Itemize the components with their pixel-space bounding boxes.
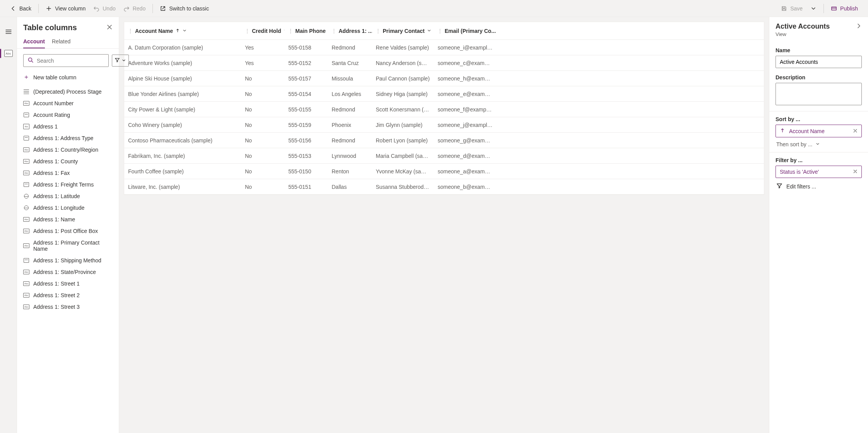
cell-main-phone: 555-0152 (284, 60, 328, 66)
cell-main-phone: 555-0154 (284, 91, 328, 97)
column-header-main-phone[interactable]: ⋮ Main Phone (284, 28, 328, 34)
switch-classic-button[interactable]: Switch to classic (156, 3, 213, 14)
text-field-icon: Abc (4, 50, 13, 57)
column-header-credit-hold[interactable]: ⋮ Credit Hold (241, 28, 284, 34)
redo-button[interactable]: Redo (120, 3, 149, 14)
view-column-button[interactable]: View column (42, 3, 89, 14)
column-item-label: (Deprecated) Process Stage (33, 89, 102, 95)
new-table-column-button[interactable]: ＋ New table column (17, 72, 119, 86)
table-row[interactable]: Blue Yonder Airlines (sample) No 555-015… (124, 86, 764, 102)
column-list-item[interactable]: Abc Account Number (17, 98, 119, 109)
search-input[interactable] (37, 58, 104, 64)
close-panel-button[interactable] (106, 24, 113, 31)
column-list-item[interactable]: Abc Address 1: State/Province (17, 266, 119, 278)
field-type-icon (23, 181, 29, 188)
publish-button[interactable]: Publish (827, 3, 862, 14)
column-list-item[interactable]: Abc Address 1: Street 2 (17, 289, 119, 301)
drag-handle-icon[interactable]: ⋮ (288, 28, 293, 34)
filter-dropdown-button[interactable] (112, 55, 129, 67)
view-description-input[interactable] (776, 83, 862, 105)
search-input-wrapper[interactable] (23, 54, 109, 67)
plus-icon (46, 5, 52, 12)
table-row[interactable]: Coho Winery (sample) No 555-0159 Phoenix… (124, 117, 764, 133)
cell-primary-contact: Yvonne McKay (sample) (372, 168, 434, 175)
column-list-item[interactable]: Address 1: Freight Terms (17, 179, 119, 190)
cell-account-name: Fabrikam, Inc. (sample) (124, 153, 241, 159)
remove-sort-button[interactable] (853, 128, 858, 134)
field-type-icon: Abc (23, 228, 29, 234)
column-list-item[interactable]: Abc Address 1: Fax (17, 167, 119, 179)
column-list-item[interactable]: Abc Address 1: Street 1 (17, 278, 119, 289)
column-list-item[interactable]: Abc Address 1: County (17, 156, 119, 167)
filter-chip-label: Status is 'Active' (780, 169, 819, 175)
remove-filter-button[interactable] (853, 169, 858, 175)
column-list-item[interactable]: Abc Address 1: Country/Region (17, 144, 119, 156)
drag-handle-icon[interactable]: ⋮ (128, 28, 133, 34)
column-header-email[interactable]: ⋮ Email (Primary Co... (434, 28, 496, 34)
filter-by-label: Filter by ... (776, 157, 862, 163)
column-list-item[interactable]: Abc Address 1: Street 3 (17, 301, 119, 313)
view-column-label: View column (55, 5, 86, 12)
cell-primary-contact: Robert Lyon (sample) (372, 137, 434, 144)
column-header-primary-contact[interactable]: ⋮ Primary Contact (372, 28, 434, 34)
column-list-item[interactable]: Abc Address 1: Name (17, 214, 119, 225)
table-row[interactable]: Fabrikam, Inc. (sample) No 555-0153 Lynn… (124, 148, 764, 164)
table-row[interactable]: Litware, Inc. (sample) No 555-0151 Dalla… (124, 179, 764, 195)
chevron-down-icon[interactable] (182, 28, 187, 34)
save-button[interactable]: Save (777, 3, 806, 14)
cell-main-phone: 555-0153 (284, 153, 328, 159)
expand-panel-button[interactable] (856, 23, 862, 30)
column-item-label: Address 1: Fax (33, 170, 70, 176)
back-button[interactable]: Back (6, 3, 35, 14)
back-label: Back (19, 5, 31, 12)
table-row[interactable]: City Power & Light (sample) No 555-0155 … (124, 102, 764, 117)
column-list-item[interactable]: Address 1: Shipping Method (17, 255, 119, 266)
table-row[interactable]: Alpine Ski House (sample) No 555-0157 Mi… (124, 71, 764, 86)
tab-related[interactable]: Related (52, 35, 70, 48)
column-item-label: Address 1 (33, 123, 58, 130)
cell-main-phone: 555-0159 (284, 122, 328, 128)
cell-email: someone_h@example.com (434, 75, 496, 82)
column-header-address[interactable]: ⋮ Address 1: ... (328, 28, 372, 34)
table-row[interactable]: Adventure Works (sample) Yes 555-0152 Sa… (124, 55, 764, 71)
column-list-item[interactable]: Abc Address 1 (17, 121, 119, 132)
field-type-icon (23, 89, 29, 95)
column-list-item[interactable]: Abc Address 1: Primary Contact Name (17, 237, 119, 255)
column-list[interactable]: (Deprecated) Process StageAbc Account Nu… (17, 86, 119, 433)
save-dropdown-button[interactable] (806, 3, 820, 14)
table-row[interactable]: A. Datum Corporation (sample) Yes 555-01… (124, 40, 764, 55)
drag-handle-icon[interactable]: ⋮ (376, 28, 380, 34)
column-list-item[interactable]: Abc Address 1: Post Office Box (17, 225, 119, 237)
cell-account-name: Litware, Inc. (sample) (124, 184, 241, 190)
undo-button[interactable]: Undo (89, 3, 119, 14)
drag-handle-icon[interactable]: ⋮ (438, 28, 442, 34)
column-list-item[interactable]: Address 1: Longitude (17, 202, 119, 214)
table-row[interactable]: Contoso Pharmaceuticals (sample) No 555-… (124, 133, 764, 148)
column-list-item[interactable]: Address 1: Latitude (17, 190, 119, 202)
cell-primary-contact: Sidney Higa (sample) (372, 91, 434, 97)
then-sort-by-button[interactable]: Then sort by ... (776, 137, 862, 147)
hamburger-button[interactable] (2, 25, 15, 39)
column-list-item[interactable]: Address 1: Address Type (17, 132, 119, 144)
publish-label: Publish (840, 5, 858, 12)
filter-chip[interactable]: Status is 'Active' (776, 166, 862, 178)
column-list-item[interactable]: (Deprecated) Process Stage (17, 86, 119, 98)
view-name-input[interactable] (776, 56, 862, 68)
cell-credit-hold: No (241, 184, 284, 190)
cell-email: someone_j@example.com (434, 122, 496, 128)
field-type-icon (23, 193, 29, 199)
rail-item-columns[interactable]: Abc (2, 46, 15, 60)
cell-address: Missoula (328, 75, 372, 82)
chevron-down-icon[interactable] (427, 28, 431, 34)
drag-handle-icon[interactable]: ⋮ (332, 28, 336, 34)
new-column-label: New table column (33, 74, 76, 80)
table-row[interactable]: Fourth Coffee (sample) No 555-0150 Rento… (124, 164, 764, 179)
column-header-account-name[interactable]: ⋮ Account Name (124, 28, 241, 34)
edit-filters-button[interactable]: Edit filters ... (776, 178, 862, 195)
column-item-label: Address 1: Primary Contact Name (33, 240, 113, 252)
column-list-item[interactable]: Account Rating (17, 109, 119, 121)
drag-handle-icon[interactable]: ⋮ (245, 28, 250, 34)
tab-account[interactable]: Account (23, 35, 45, 48)
sort-chip[interactable]: Account Name (776, 125, 862, 137)
field-type-icon (23, 205, 29, 211)
